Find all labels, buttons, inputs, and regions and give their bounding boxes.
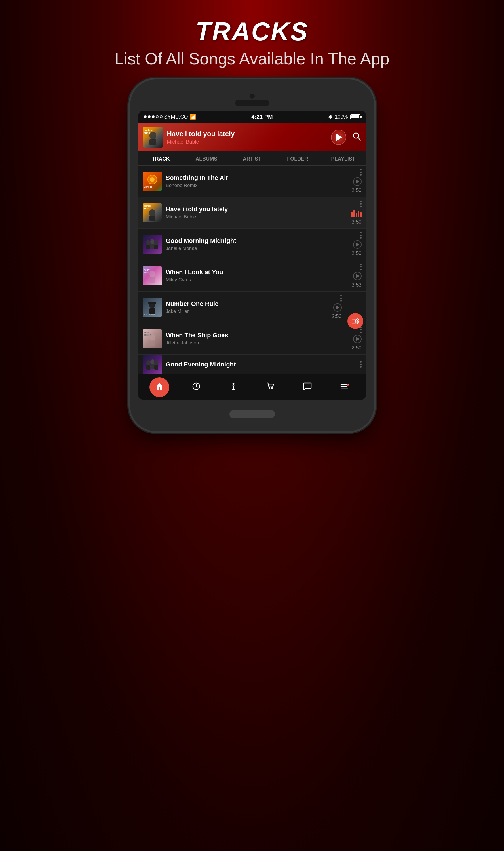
track-title: Have i told you lately [166,206,347,213]
track-right: 3:50 [351,201,362,225]
svg-rect-44 [154,365,158,369]
info-svg [230,382,237,391]
signal-dot-1 [144,115,147,118]
track-play-button[interactable] [333,303,342,312]
now-playing-bar[interactable]: michael buble Have i told you lately Mic… [138,123,366,151]
history-svg [192,382,200,391]
page-title: TRACKS [114,17,389,46]
track-art: miley cyrus [143,266,162,285]
track-menu-icon[interactable] [360,232,362,239]
svg-point-41 [150,359,154,364]
svg-point-36 [149,334,155,341]
track-info: When I Look at You Miley Cyrus [166,269,348,283]
track-right: 2:50 [352,326,361,351]
history-icon [192,382,200,393]
track-artist: Miley Cyrus [166,277,348,283]
svg-rect-40 [146,365,150,369]
track-menu-icon[interactable] [360,361,362,368]
nav-home[interactable] [149,377,169,397]
tab-playlist[interactable]: PLAYLIST [321,151,366,165]
svg-text:johnson: johnson [144,334,151,336]
nav-chat[interactable] [298,377,317,397]
phone-frame: SYMU.CO 📶 4:21 PM ✱ 100% [130,79,374,431]
track-item[interactable]: michael buble Have i told you lately Mic… [138,197,366,229]
tab-albums[interactable]: ALBUMS [183,151,229,165]
track-item[interactable]: jillette johnson When The Ship Goes Jill… [138,323,366,355]
track-info: Good Morning Midnight Janelle Monae [166,237,348,251]
svg-text:Bonobo: Bonobo [144,185,152,188]
track-menu-icon[interactable] [360,201,362,207]
track-list: Bonobo Something In The Air Bonobo Remix… [138,166,366,375]
nav-info[interactable] [223,377,244,397]
track-info: Have i told you lately Michael Buble [166,206,347,220]
track-right: 3:53 [352,264,361,288]
svg-text:cyrus: cyrus [144,272,149,274]
carrier-label: SYMU.CO [164,114,188,120]
track-artist: Jillette Johnson [166,340,348,346]
svg-point-46 [233,383,235,385]
status-time: 4:21 PM [251,114,273,120]
phone-camera [250,94,255,99]
svg-text:michael: michael [144,129,154,132]
svg-rect-18 [146,245,150,249]
shuffle-button[interactable] [347,313,363,329]
svg-point-50 [269,387,270,388]
track-art-svg: JAKE MILLER [143,297,162,317]
svg-point-26 [149,271,155,277]
track-artist: Bonobo Remix [166,183,348,188]
home-svg [155,382,164,390]
track-menu-icon[interactable] [360,326,362,333]
svg-point-19 [150,239,154,244]
track-item[interactable]: Good Morning Midnight Janelle Monae 2:50 [138,229,366,260]
svg-point-21 [154,240,158,245]
track-menu-icon[interactable] [360,264,362,270]
play-button[interactable] [331,130,346,145]
track-info: Something In The Air Bonobo Remix [166,174,348,188]
tab-artist[interactable]: ARTIST [229,151,275,165]
track-duration: 2:50 [352,345,361,351]
play-icon [336,133,342,141]
chat-svg [303,382,312,390]
nav-cart[interactable] [260,377,281,397]
track-title: When The Ship Goes [166,332,348,339]
track-play-button[interactable] [353,240,362,249]
track-title: When I Look at You [166,269,348,276]
track-right [360,361,362,368]
search-button[interactable] [352,132,362,143]
now-playing-controls [331,130,362,145]
bar-4 [358,211,359,217]
track-play-button[interactable] [353,335,362,343]
track-item[interactable]: Bonobo Something In The Air Bonobo Remix… [138,166,366,197]
tab-folder[interactable]: FOLDER [275,151,321,165]
svg-point-51 [271,387,273,388]
track-menu-icon[interactable] [360,169,362,176]
status-right: ✱ 100% [328,114,360,120]
nav-menu[interactable] [335,377,355,397]
cart-svg [266,382,275,390]
tab-track[interactable]: TRACK [138,151,184,165]
svg-point-3 [149,132,156,140]
track-item[interactable]: Good Evening Midnight [138,355,366,375]
track-item[interactable]: miley cyrus When I Look at You Miley Cyr… [138,260,366,292]
track-art: jillette johnson [143,329,162,348]
track-title: Good Morning Midnight [166,237,348,245]
cart-icon [266,382,275,392]
status-bar: SYMU.CO 📶 4:21 PM ✱ 100% [138,111,366,123]
svg-rect-22 [154,245,158,249]
track-play-button[interactable] [353,177,362,186]
svg-point-14 [149,209,156,217]
track-menu-icon[interactable] [340,295,342,302]
info-icon [230,382,237,393]
chat-icon [303,382,312,392]
svg-point-17 [146,240,150,245]
track-duration: 2:50 [352,251,361,256]
track-item[interactable]: JAKE MILLER Number One Rule Jake Miller … [138,292,366,323]
track-play-button[interactable] [353,272,362,280]
nav-history[interactable] [186,377,206,397]
track-art: JAKE MILLER [143,297,162,317]
svg-rect-30 [148,302,156,304]
wifi-icon: 📶 [190,114,196,120]
svg-rect-15 [149,216,156,221]
track-title: Something In The Air [166,174,348,182]
signal-dot-4 [156,115,159,118]
